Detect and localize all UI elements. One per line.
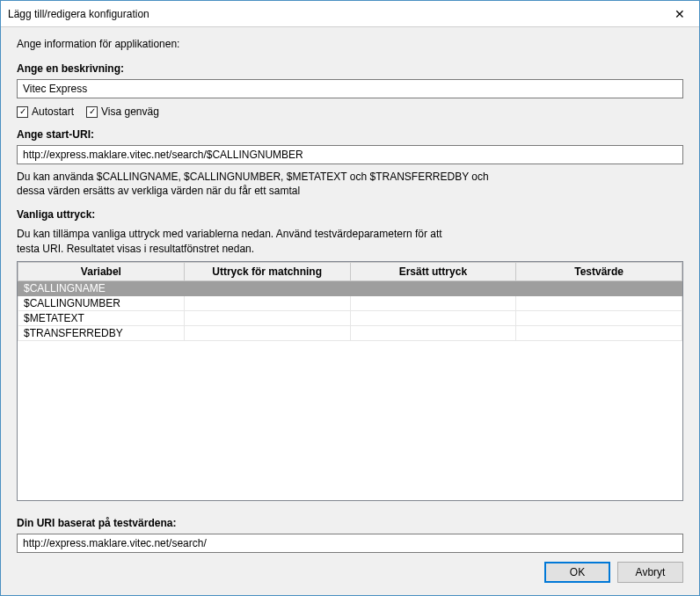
- cell-variable[interactable]: $CALLINGNAME: [18, 280, 185, 295]
- table-row[interactable]: $METATEXT: [18, 310, 682, 325]
- cell-variable[interactable]: $METATEXT: [18, 310, 185, 325]
- cell-test_value[interactable]: [516, 280, 682, 295]
- start-uri-input[interactable]: [17, 145, 683, 164]
- autostart-checkbox[interactable]: ✓ Autostart: [17, 105, 74, 118]
- cell-replace_expr[interactable]: [350, 325, 516, 340]
- cell-test_value[interactable]: [516, 295, 682, 310]
- show-shortcut-checkbox[interactable]: ✓ Visa genväg: [86, 105, 159, 118]
- regex-label: Vanliga uttryck:: [17, 208, 683, 221]
- titlebar: Lägg till/redigera konfiguration ✕: [1, 1, 699, 27]
- cell-variable[interactable]: $TRANSFERREDBY: [18, 325, 185, 340]
- variables-table-wrap[interactable]: Variabel Uttryck för matchning Ersätt ut…: [17, 261, 683, 501]
- table-row[interactable]: $CALLINGNAME: [18, 280, 682, 295]
- cell-match_expr[interactable]: [184, 280, 350, 295]
- cell-match_expr[interactable]: [184, 325, 350, 340]
- cell-replace_expr[interactable]: [350, 280, 516, 295]
- result-section: Din URI baserat på testvärdena:: [17, 510, 683, 553]
- col-test-value[interactable]: Testvärde: [516, 262, 682, 280]
- dialog-window: Lägg till/redigera konfiguration ✕ Ange …: [0, 0, 700, 596]
- autostart-label: Autostart: [32, 105, 74, 118]
- cell-test_value[interactable]: [516, 325, 682, 340]
- cell-variable[interactable]: $CALLINGNUMBER: [18, 295, 185, 310]
- regex-info-text: Du kan tillämpa vanliga uttryck med vari…: [17, 227, 683, 255]
- ok-button[interactable]: OK: [544, 562, 610, 583]
- cell-match_expr[interactable]: [184, 310, 350, 325]
- start-uri-label: Ange start-URI:: [17, 128, 683, 141]
- show-shortcut-label: Visa genväg: [101, 105, 159, 118]
- cell-match_expr[interactable]: [184, 295, 350, 310]
- checkbox-row: ✓ Autostart ✓ Visa genväg: [17, 105, 683, 118]
- checkmark-icon: ✓: [17, 106, 28, 118]
- window-title: Lägg till/redigera konfiguration: [8, 8, 149, 20]
- col-variable[interactable]: Variabel: [18, 262, 185, 280]
- description-label: Ange en beskrivning:: [17, 62, 683, 75]
- cell-test_value[interactable]: [516, 310, 682, 325]
- table-header-row: Variabel Uttryck för matchning Ersätt ut…: [18, 262, 682, 280]
- dialog-body: Ange information för applikationen: Ange…: [1, 27, 699, 595]
- cancel-button[interactable]: Avbryt: [617, 562, 683, 583]
- variables-table: Variabel Uttryck för matchning Ersätt ut…: [18, 262, 682, 341]
- result-label: Din URI baserat på testvärdena:: [17, 517, 683, 529]
- checkmark-icon: ✓: [86, 106, 98, 118]
- close-button[interactable]: ✕: [660, 1, 699, 26]
- close-icon: ✕: [674, 7, 685, 21]
- intro-text: Ange information för applikationen:: [17, 38, 683, 50]
- cell-replace_expr[interactable]: [350, 295, 516, 310]
- description-input[interactable]: [17, 79, 683, 98]
- result-uri-input[interactable]: [17, 534, 683, 553]
- col-replace-expr[interactable]: Ersätt uttryck: [350, 262, 516, 280]
- table-row[interactable]: $CALLINGNUMBER: [18, 295, 682, 310]
- col-match-expr[interactable]: Uttryck för matchning: [184, 262, 350, 280]
- cell-replace_expr[interactable]: [350, 310, 516, 325]
- table-row[interactable]: $TRANSFERREDBY: [18, 325, 682, 340]
- uri-info-text: Du kan använda $CALLINGNAME, $CALLINGNUM…: [17, 170, 683, 198]
- button-row: OK Avbryt: [17, 562, 683, 583]
